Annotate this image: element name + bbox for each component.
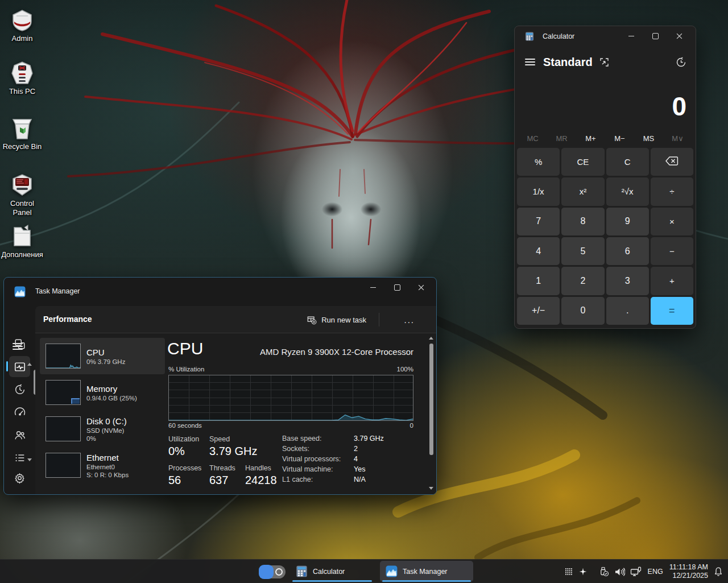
clock[interactable]: 11:11:18 AM 12/21/2025 xyxy=(669,563,708,580)
cpu-utilization-graph[interactable] xyxy=(168,375,413,421)
key-+[interactable]: + xyxy=(651,267,693,295)
users-icon xyxy=(14,429,26,441)
desktop-icon-дополнения[interactable]: Дополнения xyxy=(0,223,44,259)
key-0[interactable]: 0 xyxy=(561,297,604,325)
content-scrollbar[interactable] xyxy=(428,337,435,490)
desktop-icon-label: Control Panel xyxy=(0,199,44,217)
desktop-icon-label: Дополнения xyxy=(0,250,44,259)
memory-m+-button[interactable]: M+ xyxy=(576,131,605,146)
volume-icon[interactable] xyxy=(614,567,625,577)
run-new-task-label: Run new task xyxy=(321,316,366,324)
taskbar-item-task-manager[interactable]: Task Manager xyxy=(380,561,473,582)
key-c[interactable]: C xyxy=(606,148,649,176)
task-manager-titlebar[interactable]: Task Manager xyxy=(4,278,436,306)
desktop-icon-admin[interactable]: Admin xyxy=(0,7,44,43)
scroll-down-arrow[interactable] xyxy=(27,458,32,461)
panel-name: Memory xyxy=(86,383,137,394)
maximize-icon xyxy=(652,33,659,39)
performance-icon xyxy=(14,361,26,373)
calculator-menu-button[interactable] xyxy=(525,59,535,65)
key-6[interactable]: 6 xyxy=(606,237,649,265)
panel-stat-line: S: 0 R: 0 Kbps xyxy=(86,471,129,479)
key-%[interactable]: % xyxy=(517,148,560,176)
memory-m-button[interactable]: M∨ xyxy=(663,131,692,146)
key-.[interactable]: . xyxy=(606,297,649,325)
key-9[interactable]: 9 xyxy=(606,208,649,235)
scroll-up-arrow[interactable] xyxy=(429,337,433,340)
key-7[interactable]: 7 xyxy=(517,208,560,235)
desktop-icon-control-panel[interactable]: Control Panel xyxy=(0,172,44,217)
memory-m-button[interactable]: M− xyxy=(605,131,634,146)
history-icon[interactable] xyxy=(676,57,686,68)
key-ce[interactable]: CE xyxy=(561,148,604,176)
calculator-close-button[interactable] xyxy=(667,27,691,44)
calculator-window: Calculator Standard 0 MCMRM+M−MSM∨ %CEC1… xyxy=(514,26,696,329)
sidebar-item-processes[interactable] xyxy=(9,333,30,354)
panel-name: Disk 0 (C:) xyxy=(86,416,127,427)
task-manager-icon xyxy=(386,565,398,577)
taskbar-toggle-button[interactable] xyxy=(259,565,286,578)
key-x[interactable]: x² xyxy=(561,177,604,205)
key-=[interactable]: = xyxy=(651,297,693,325)
notifications-bell-icon[interactable] xyxy=(713,567,723,577)
key-1[interactable]: 1 xyxy=(517,267,560,295)
minimize-icon xyxy=(370,287,376,288)
sidebar-scrollbar[interactable] xyxy=(27,363,32,461)
task-manager-minimize-button[interactable] xyxy=(361,279,385,296)
memory-ms-button[interactable]: MS xyxy=(634,131,663,146)
memory-mc-button[interactable]: MC xyxy=(518,131,547,146)
calculator-titlebar[interactable]: Calculator xyxy=(515,26,696,47)
task-manager-maximize-button[interactable] xyxy=(385,279,409,296)
settings-icon xyxy=(14,472,26,484)
panel-stat-line: SSD (NVMe) xyxy=(86,427,127,435)
open-window-indicator xyxy=(292,580,372,582)
key-5[interactable]: 5 xyxy=(561,237,604,265)
language-indicator[interactable]: ENG xyxy=(647,568,664,576)
stat-processes: Processes56 xyxy=(168,464,209,487)
run-new-task-button[interactable]: Run new task xyxy=(302,311,371,328)
panel-item-ethernet[interactable]: EthernetEthernet0S: 0 R: 0 Kbps xyxy=(40,447,165,483)
spec-label: L1 cache: xyxy=(282,476,345,483)
task-manager-app-icon xyxy=(14,286,26,297)
scroll-down-arrow[interactable] xyxy=(429,487,433,490)
scrollbar-thumb[interactable] xyxy=(429,344,433,455)
task-manager-close-button[interactable] xyxy=(409,279,433,296)
key-3[interactable]: 3 xyxy=(606,267,649,295)
key-[interactable]: ÷ xyxy=(651,177,693,205)
key-8[interactable]: 8 xyxy=(561,208,604,235)
calculator-display: 0 xyxy=(520,90,686,123)
keep-on-top-icon[interactable] xyxy=(599,57,609,67)
desktop-icon-label: Recycle Bin xyxy=(0,142,44,151)
panel-name: Ethernet xyxy=(86,452,129,463)
calculator-maximize-button[interactable] xyxy=(643,27,667,44)
panel-item-cpu[interactable]: CPU0% 3.79 GHz xyxy=(40,338,165,374)
panel-item-memory[interactable]: Memory0.9/4.0 GB (25%) xyxy=(40,374,165,411)
calculator-minimize-button[interactable] xyxy=(619,27,643,44)
sidebar-item-settings[interactable] xyxy=(9,468,30,489)
spec-value: 3.79 GHz xyxy=(354,435,384,443)
sparkle-tray-icon[interactable] xyxy=(578,567,588,576)
memory-mr-button[interactable]: MR xyxy=(547,131,576,146)
more-options-button[interactable]: ... xyxy=(398,311,420,328)
key-x[interactable]: ²√x xyxy=(606,177,649,205)
details-icon xyxy=(14,452,26,464)
network-icon[interactable] xyxy=(630,567,642,577)
admin-icon xyxy=(9,7,36,33)
backspace-key[interactable] xyxy=(651,148,693,176)
scroll-up-arrow[interactable] xyxy=(27,363,32,366)
taskbar-item-calculator[interactable]: Calculator xyxy=(290,561,374,582)
spec-value: N/A xyxy=(354,476,384,483)
hidden-icons-grid-icon[interactable] xyxy=(565,568,573,576)
key-4[interactable]: 4 xyxy=(517,237,560,265)
calculator-memory-row: MCMRM+M−MSM∨ xyxy=(518,131,692,146)
key-[interactable]: − xyxy=(651,237,693,265)
desktop-icon-recycle-bin[interactable]: Recycle Bin xyxy=(0,115,44,151)
key-2[interactable]: 2 xyxy=(561,267,604,295)
panel-item-disk-0-c[interactable]: Disk 0 (C:)SSD (NVMe)0% xyxy=(40,411,165,447)
key-1/x[interactable]: 1/x xyxy=(517,177,560,205)
safely-remove-hardware-icon[interactable] xyxy=(599,567,609,577)
key-[interactable]: × xyxy=(651,208,693,235)
desktop-icon-this-pc[interactable]: This PC xyxy=(0,60,44,96)
key-+/[interactable]: +/− xyxy=(517,297,560,325)
processes-icon xyxy=(14,338,26,350)
